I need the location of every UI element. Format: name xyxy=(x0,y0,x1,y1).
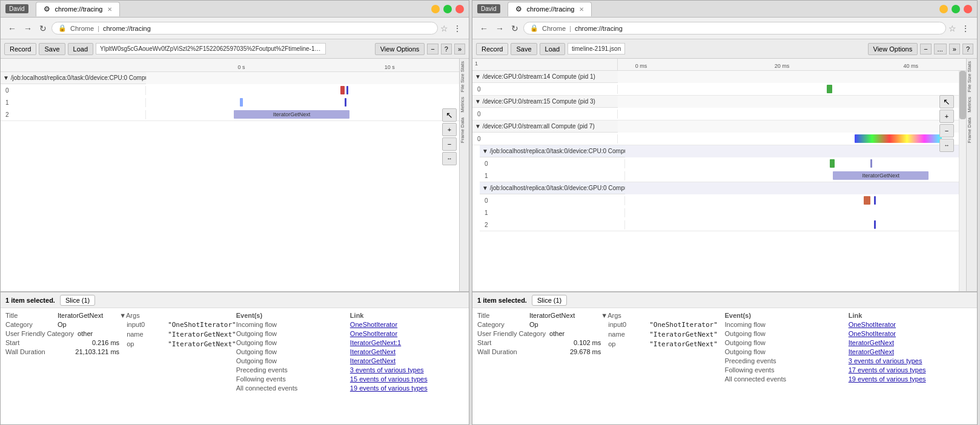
bar-gpu13-red[interactable] xyxy=(864,196,870,205)
tab-right[interactable]: ⚙ chrome://tracing ✕ xyxy=(508,2,592,16)
refresh-btn-right[interactable]: ↻ xyxy=(509,22,521,35)
link-3-left[interactable]: IteratorGetNext xyxy=(350,348,396,355)
bar-gpu13-blue2[interactable] xyxy=(874,220,876,229)
bar-gpuall-multi[interactable] xyxy=(855,134,942,143)
metrics-label-right[interactable]: Metrics xyxy=(967,94,977,115)
track-header-gpu13[interactable]: ▼ /job:localhost/replica:0/task:0/device… xyxy=(480,182,966,194)
track-header-gpu15[interactable]: ▼ /device:GPU:0/stream:15 Compute (pid 3… xyxy=(472,96,966,108)
link-0-left[interactable]: OneShotIterator xyxy=(350,321,397,328)
maximize-btn-left[interactable] xyxy=(443,5,452,13)
link-5-left[interactable]: 3 events of various types xyxy=(350,366,424,374)
bar-iterator-left[interactable]: IteratorGetNext xyxy=(234,110,349,119)
load-btn-left[interactable]: Load xyxy=(68,43,93,55)
slice-tab-left[interactable]: Slice (1) xyxy=(60,295,95,306)
nav-dots-left[interactable]: ? xyxy=(441,44,452,54)
tab-close-right[interactable]: ✕ xyxy=(579,6,584,13)
track-canvas-gpu14-0[interactable] xyxy=(618,84,966,94)
minimize-btn-right[interactable] xyxy=(939,5,948,13)
menu-btn-right[interactable]: ⋮ xyxy=(959,22,972,35)
address-bar-left[interactable]: 🔒 Chrome | chrome://tracing xyxy=(51,22,438,35)
bar-blue[interactable] xyxy=(346,86,348,94)
link-4-left[interactable]: IteratorGetNext xyxy=(350,357,396,364)
zoom-out-btn-right[interactable]: − xyxy=(939,124,954,137)
track-canvas-cpu0-2[interactable]: IteratorGetNext xyxy=(146,109,459,120)
metrics-label-left[interactable]: Metrics xyxy=(460,94,469,115)
track-header-gpuall[interactable]: ▼ /device:GPU:0/stream:all Compute (pid … xyxy=(472,120,966,133)
back-btn-left[interactable]: ← xyxy=(5,22,19,35)
bar-blue3[interactable] xyxy=(345,98,346,107)
link-1-right[interactable]: OneShotIterator xyxy=(849,330,896,337)
link-6-right[interactable]: 19 events of various types xyxy=(849,375,926,383)
track-header-cpu0[interactable]: ▼ /job:localhost/replica:0/task:0/device… xyxy=(1,72,459,84)
track-canvas-gpuall-0[interactable] xyxy=(618,133,966,144)
track-canvas-cpu0-0[interactable] xyxy=(146,85,459,96)
menu-btn-left[interactable]: ⋮ xyxy=(451,22,464,35)
record-btn-left[interactable]: Record xyxy=(4,43,36,55)
bar-cpu9-purple[interactable] xyxy=(870,159,872,168)
slice-tab-right[interactable]: Slice (1) xyxy=(532,295,567,306)
back-btn-right[interactable]: ← xyxy=(477,22,491,35)
link-2-left[interactable]: IteratorGetNext:1 xyxy=(350,339,401,346)
tab-left[interactable]: ⚙ chrome://tracing ✕ xyxy=(36,2,121,16)
select-btn-left[interactable]: ↖ xyxy=(442,108,457,122)
address-bar-right[interactable]: 🔒 Chrome | chrome://tracing xyxy=(523,22,946,35)
nav-arrow-left[interactable]: » xyxy=(454,44,465,54)
nav-dots-right[interactable]: ... xyxy=(934,44,947,54)
frame-data-label-left[interactable]: Frame Data xyxy=(460,115,469,145)
bar-gpu14-green[interactable] xyxy=(827,85,832,93)
tab-close-left[interactable]: ✕ xyxy=(107,6,112,13)
track-canvas-cpu9-0[interactable] xyxy=(625,158,966,169)
link-4-right[interactable]: 3 events of various types xyxy=(849,357,922,364)
bar-red[interactable] xyxy=(340,86,345,94)
nav-minus-right[interactable]: − xyxy=(920,44,931,54)
track-canvas-gpu15-0[interactable] xyxy=(618,108,966,119)
link-0-right[interactable]: OneShotIterator xyxy=(849,321,896,328)
frame-data-label-right[interactable]: Frame Data xyxy=(967,115,977,145)
view-options-btn-right[interactable]: View Options xyxy=(868,43,918,55)
save-btn-right[interactable]: Save xyxy=(511,43,537,55)
close-btn-right[interactable] xyxy=(964,5,972,13)
fit-btn-right[interactable]: ↔ xyxy=(939,139,954,152)
bar-blue2[interactable] xyxy=(240,98,243,107)
nav-help-right[interactable]: ? xyxy=(962,44,973,54)
link-6-left[interactable]: 15 events of various types xyxy=(350,375,428,383)
zoom-in-btn-right[interactable]: + xyxy=(939,110,954,123)
nav-arrow-right[interactable]: » xyxy=(949,44,960,54)
track-canvas-gpu13-1[interactable] xyxy=(625,207,966,218)
nav-minus-left[interactable]: − xyxy=(427,44,438,54)
link-5-right[interactable]: 17 events of various types xyxy=(849,366,926,374)
track-header-cpu9[interactable]: ▼ /job:localhost/replica:0/task:0/device… xyxy=(480,145,966,157)
track-canvas-cpu9-1[interactable]: IteratorGetNext xyxy=(625,170,966,181)
save-btn-left[interactable]: Save xyxy=(39,43,65,55)
fit-btn-left[interactable]: ↔ xyxy=(442,152,457,165)
select-btn-right[interactable]: ↖ xyxy=(939,95,954,108)
star-btn-right[interactable]: ☆ xyxy=(949,24,956,33)
zoom-out-btn-left[interactable]: − xyxy=(442,137,457,151)
track-canvas-gpu13-2[interactable] xyxy=(625,219,966,230)
close-btn-left[interactable] xyxy=(455,5,464,13)
file-size-stats-label-left[interactable]: File Size Stats xyxy=(460,59,469,94)
bar-gpu13-blue[interactable] xyxy=(874,196,876,205)
refresh-btn-left[interactable]: ↻ xyxy=(37,22,49,35)
track-header-gpu14[interactable]: ▼ /device:GPU:0/stream:14 Compute (pid 1… xyxy=(472,71,966,83)
minimize-btn-left[interactable] xyxy=(431,5,440,13)
maximize-btn-right[interactable] xyxy=(952,5,960,13)
bar-iterator-right[interactable]: IteratorGetNext xyxy=(833,171,929,180)
link-3-right[interactable]: IteratorGetNext xyxy=(849,348,894,355)
link-2-right[interactable]: IteratorGetNext xyxy=(849,339,894,346)
star-btn-left[interactable]: ☆ xyxy=(440,24,448,33)
view-options-btn-left[interactable]: View Options xyxy=(375,43,425,55)
vscrollbar-right[interactable] xyxy=(959,71,966,291)
forward-btn-left[interactable]: → xyxy=(21,22,35,35)
link-1-left[interactable]: OneShotIterator xyxy=(350,330,397,337)
record-btn-right[interactable]: Record xyxy=(476,43,508,55)
track-container-right[interactable]: ▼ /device:GPU:0/stream:14 Compute (pid 1… xyxy=(472,71,966,291)
track-canvas-cpu0-1[interactable] xyxy=(146,97,459,108)
vscrollbar-thumb-right[interactable] xyxy=(959,71,966,119)
track-container-left[interactable]: ▼ /job:localhost/replica:0/task:0/device… xyxy=(1,72,459,291)
file-size-stats-label-right[interactable]: File Size Stats xyxy=(967,59,977,94)
link-7-left[interactable]: 19 events of various types xyxy=(350,384,428,392)
load-btn-right[interactable]: Load xyxy=(540,43,565,55)
forward-btn-right[interactable]: → xyxy=(493,22,506,35)
track-canvas-gpu13-0[interactable] xyxy=(625,195,966,206)
